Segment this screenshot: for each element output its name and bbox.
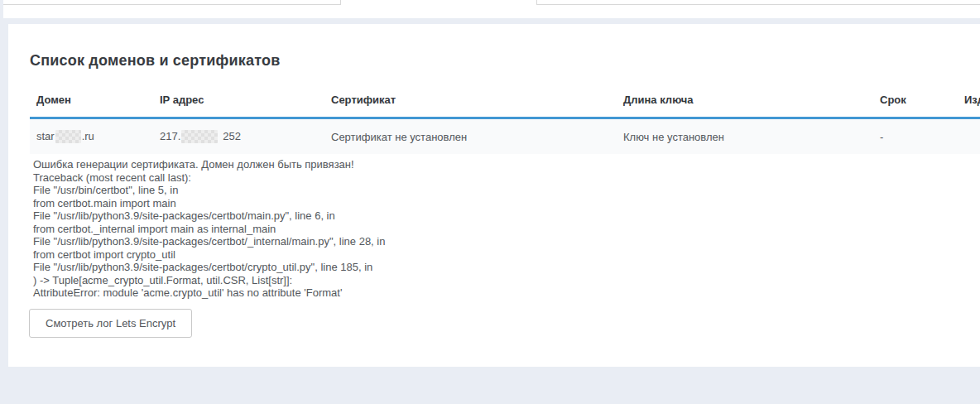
error-line: from certbot import crypto_util <box>33 248 963 262</box>
column-header-certificate: Сертификат <box>324 84 617 117</box>
column-header-term: Срок <box>873 84 958 117</box>
domains-certificates-panel: Список доменов и сертификатов Домен IP а… <box>8 24 980 367</box>
error-line: AttributeError: module 'acme.crypto_util… <box>33 286 963 300</box>
tab-bar <box>3 0 980 18</box>
error-line: File "/usr/lib/python3.9/site-packages/c… <box>33 209 963 223</box>
table-row: star.ru 217.252 Сертификат не установлен… <box>30 119 980 154</box>
domain-suffix: .ru <box>82 130 94 142</box>
column-header-domain: Домен <box>30 84 153 117</box>
redacted-domain-blur <box>55 130 81 143</box>
column-header-issuer: Изд <box>958 84 980 117</box>
column-header-key-length: Длина ключа <box>617 84 873 117</box>
key-length-cell: Ключ не установлен <box>617 131 873 143</box>
certificate-cell: Сертификат не установлен <box>324 131 617 143</box>
error-line: ) -> Tuple[acme_crypto_util.Format, util… <box>33 274 963 287</box>
ip-suffix: 252 <box>223 130 241 142</box>
table-header-row: Домен IP адрес Сертификат Длина ключа Ср… <box>30 84 980 119</box>
certificate-error-traceback: Ошибка генерации сертификата. Домен долж… <box>33 158 963 300</box>
error-line: File "/usr/lib/python3.9/site-packages/c… <box>33 235 963 248</box>
error-line: File "/usr/bin/certbot", line 5, in <box>33 184 963 197</box>
term-cell: - <box>873 131 958 143</box>
redacted-ip-blur <box>181 130 218 143</box>
domain-prefix: star <box>36 130 55 142</box>
tab-bar-border-right <box>536 4 980 5</box>
tab-bar-border-left <box>3 4 340 5</box>
error-line: from certbot.main import main <box>33 197 963 210</box>
error-line: Traceback (most recent call last): <box>33 171 963 185</box>
error-line: Ошибка генерации сертификата. Домен долж… <box>33 158 963 171</box>
ip-cell: 217.252 <box>153 130 324 143</box>
error-line: File "/usr/lib/python3.9/site-packages/c… <box>33 261 963 274</box>
ip-prefix: 217. <box>160 130 180 142</box>
view-lets-encrypt-log-button[interactable]: Смотреть лог Lets Encrypt <box>29 309 192 338</box>
column-header-ip: IP адрес <box>153 84 324 117</box>
error-line: from certbot._internal import main as in… <box>33 223 963 236</box>
domain-cell: star.ru <box>30 130 153 143</box>
page-title: Список доменов и сертификатов <box>30 52 280 70</box>
domains-table: Домен IP адрес Сертификат Длина ключа Ср… <box>30 84 980 154</box>
active-tab[interactable] <box>341 0 536 18</box>
